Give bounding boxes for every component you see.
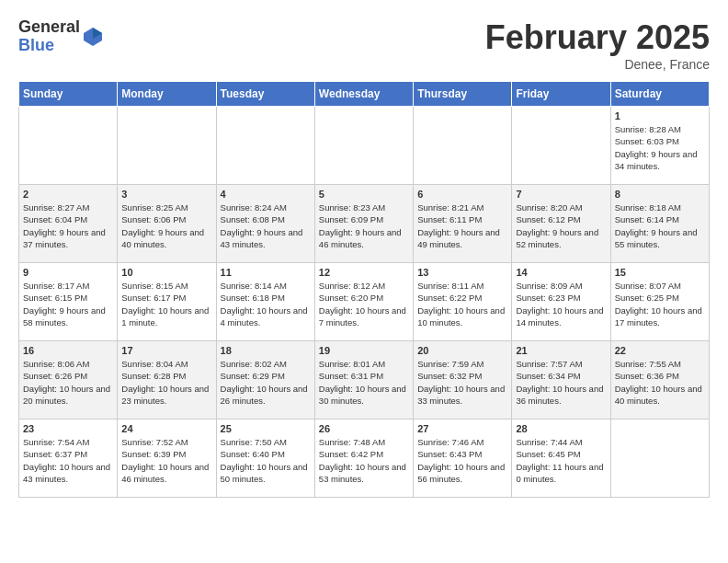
day-info: Sunrise: 8:02 AM Sunset: 6:29 PM Dayligh… — [221, 358, 311, 407]
day-number: 23 — [23, 423, 113, 434]
calendar-cell: 18Sunrise: 8:02 AM Sunset: 6:29 PM Dayli… — [216, 341, 314, 419]
day-number: 19 — [319, 345, 409, 356]
calendar-week-5: 23Sunrise: 7:54 AM Sunset: 6:37 PM Dayli… — [19, 419, 710, 498]
day-number: 14 — [516, 267, 606, 278]
day-info: Sunrise: 8:07 AM Sunset: 6:25 PM Dayligh… — [615, 280, 705, 328]
logo: General Blue — [18, 18, 104, 55]
header-monday: Monday — [118, 82, 216, 107]
calendar-cell: 2Sunrise: 8:27 AM Sunset: 6:04 PM Daylig… — [19, 185, 118, 263]
calendar-cell: 9Sunrise: 8:17 AM Sunset: 6:15 PM Daylig… — [19, 263, 118, 341]
header-sunday: Sunday — [19, 82, 118, 107]
day-number: 16 — [23, 345, 113, 356]
calendar-cell — [216, 107, 314, 185]
calendar-cell: 20Sunrise: 7:59 AM Sunset: 6:32 PM Dayli… — [414, 341, 512, 419]
day-info: Sunrise: 8:20 AM Sunset: 6:12 PM Dayligh… — [516, 201, 606, 250]
day-info: Sunrise: 8:01 AM Sunset: 6:31 PM Dayligh… — [319, 358, 409, 407]
day-number: 17 — [121, 345, 211, 356]
calendar-cell: 24Sunrise: 7:52 AM Sunset: 6:39 PM Dayli… — [118, 419, 216, 498]
calendar-cell: 10Sunrise: 8:15 AM Sunset: 6:17 PM Dayli… — [118, 263, 216, 341]
calendar-week-3: 9Sunrise: 8:17 AM Sunset: 6:15 PM Daylig… — [19, 263, 710, 341]
calendar-week-4: 16Sunrise: 8:06 AM Sunset: 6:26 PM Dayli… — [19, 341, 710, 419]
day-info: Sunrise: 7:46 AM Sunset: 6:43 PM Dayligh… — [417, 436, 507, 485]
calendar-cell: 3Sunrise: 8:25 AM Sunset: 6:06 PM Daylig… — [118, 185, 216, 263]
day-info: Sunrise: 8:04 AM Sunset: 6:28 PM Dayligh… — [121, 358, 211, 407]
calendar-cell: 6Sunrise: 8:21 AM Sunset: 6:11 PM Daylig… — [414, 185, 512, 263]
day-info: Sunrise: 8:24 AM Sunset: 6:08 PM Dayligh… — [221, 201, 311, 250]
header-thursday: Thursday — [414, 82, 512, 107]
calendar-week-2: 2Sunrise: 8:27 AM Sunset: 6:04 PM Daylig… — [19, 185, 710, 263]
calendar-cell: 7Sunrise: 8:20 AM Sunset: 6:12 PM Daylig… — [512, 185, 610, 263]
calendar-cell — [19, 107, 118, 185]
day-number: 15 — [615, 267, 705, 278]
calendar-cell: 13Sunrise: 8:11 AM Sunset: 6:22 PM Dayli… — [414, 263, 512, 341]
day-number: 3 — [121, 189, 211, 200]
logo-icon — [82, 26, 104, 48]
day-number: 12 — [319, 267, 409, 278]
day-info: Sunrise: 8:17 AM Sunset: 6:15 PM Dayligh… — [23, 280, 113, 328]
calendar-cell — [414, 107, 512, 185]
day-number: 13 — [417, 267, 507, 278]
day-number: 7 — [516, 189, 606, 200]
day-number: 24 — [121, 423, 211, 434]
page-header: General Blue February 2025 Denee, France — [18, 18, 710, 72]
day-info: Sunrise: 7:57 AM Sunset: 6:34 PM Dayligh… — [516, 358, 606, 407]
calendar-cell: 14Sunrise: 8:09 AM Sunset: 6:23 PM Dayli… — [512, 263, 610, 341]
calendar-cell: 21Sunrise: 7:57 AM Sunset: 6:34 PM Dayli… — [512, 341, 610, 419]
day-number: 9 — [23, 267, 113, 278]
logo-general: General — [18, 18, 80, 37]
calendar-cell: 1Sunrise: 8:28 AM Sunset: 6:03 PM Daylig… — [610, 107, 709, 185]
day-number: 10 — [121, 267, 211, 278]
calendar-cell: 11Sunrise: 8:14 AM Sunset: 6:18 PM Dayli… — [216, 263, 314, 341]
header-friday: Friday — [512, 82, 610, 107]
calendar-cell — [512, 107, 610, 185]
day-info: Sunrise: 8:14 AM Sunset: 6:18 PM Dayligh… — [221, 280, 311, 328]
calendar-cell: 25Sunrise: 7:50 AM Sunset: 6:40 PM Dayli… — [216, 419, 314, 498]
calendar-cell: 26Sunrise: 7:48 AM Sunset: 6:42 PM Dayli… — [314, 419, 413, 498]
calendar-week-1: 1Sunrise: 8:28 AM Sunset: 6:03 PM Daylig… — [19, 107, 710, 185]
day-number: 8 — [615, 189, 705, 200]
calendar-cell: 17Sunrise: 8:04 AM Sunset: 6:28 PM Dayli… — [118, 341, 216, 419]
day-number: 25 — [221, 423, 311, 434]
location: Denee, France — [485, 57, 710, 72]
day-info: Sunrise: 7:44 AM Sunset: 6:45 PM Dayligh… — [516, 436, 606, 485]
header-wednesday: Wednesday — [314, 82, 413, 107]
calendar-cell — [314, 107, 413, 185]
day-info: Sunrise: 7:52 AM Sunset: 6:39 PM Dayligh… — [121, 436, 211, 485]
calendar-cell: 22Sunrise: 7:55 AM Sunset: 6:36 PM Dayli… — [610, 341, 709, 419]
day-number: 4 — [221, 189, 311, 200]
day-number: 5 — [319, 189, 409, 200]
calendar-cell: 12Sunrise: 8:12 AM Sunset: 6:20 PM Dayli… — [314, 263, 413, 341]
day-number: 2 — [23, 189, 113, 200]
day-info: Sunrise: 7:59 AM Sunset: 6:32 PM Dayligh… — [417, 358, 507, 407]
title-section: February 2025 Denee, France — [485, 18, 710, 72]
day-number: 20 — [417, 345, 507, 356]
day-number: 26 — [319, 423, 409, 434]
header-tuesday: Tuesday — [216, 82, 314, 107]
day-info: Sunrise: 8:12 AM Sunset: 6:20 PM Dayligh… — [319, 280, 409, 328]
calendar-cell — [118, 107, 216, 185]
day-info: Sunrise: 7:54 AM Sunset: 6:37 PM Dayligh… — [23, 436, 113, 485]
day-number: 6 — [417, 189, 507, 200]
calendar-cell: 19Sunrise: 8:01 AM Sunset: 6:31 PM Dayli… — [314, 341, 413, 419]
calendar-cell: 5Sunrise: 8:23 AM Sunset: 6:09 PM Daylig… — [314, 185, 413, 263]
calendar-cell: 8Sunrise: 8:18 AM Sunset: 6:14 PM Daylig… — [610, 185, 709, 263]
calendar-cell: 28Sunrise: 7:44 AM Sunset: 6:45 PM Dayli… — [512, 419, 610, 498]
calendar-cell: 16Sunrise: 8:06 AM Sunset: 6:26 PM Dayli… — [19, 341, 118, 419]
day-info: Sunrise: 8:18 AM Sunset: 6:14 PM Dayligh… — [615, 201, 705, 250]
day-number: 21 — [516, 345, 606, 356]
day-number: 1 — [615, 110, 705, 121]
day-number: 28 — [516, 423, 606, 434]
day-info: Sunrise: 7:55 AM Sunset: 6:36 PM Dayligh… — [615, 358, 705, 407]
day-number: 11 — [221, 267, 311, 278]
day-info: Sunrise: 8:25 AM Sunset: 6:06 PM Dayligh… — [121, 201, 211, 250]
calendar-cell: 15Sunrise: 8:07 AM Sunset: 6:25 PM Dayli… — [610, 263, 709, 341]
day-info: Sunrise: 8:15 AM Sunset: 6:17 PM Dayligh… — [121, 280, 211, 328]
calendar-cell: 27Sunrise: 7:46 AM Sunset: 6:43 PM Dayli… — [414, 419, 512, 498]
header-saturday: Saturday — [610, 82, 709, 107]
day-info: Sunrise: 8:28 AM Sunset: 6:03 PM Dayligh… — [615, 123, 705, 172]
day-info: Sunrise: 8:09 AM Sunset: 6:23 PM Dayligh… — [516, 280, 606, 328]
day-info: Sunrise: 8:23 AM Sunset: 6:09 PM Dayligh… — [319, 201, 409, 250]
calendar-cell: 4Sunrise: 8:24 AM Sunset: 6:08 PM Daylig… — [216, 185, 314, 263]
day-info: Sunrise: 8:27 AM Sunset: 6:04 PM Dayligh… — [23, 201, 113, 250]
month-title: February 2025 — [485, 18, 710, 57]
